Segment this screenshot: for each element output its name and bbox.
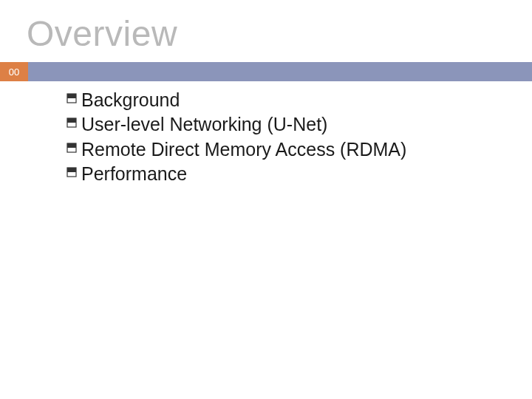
- svg-rect-7: [67, 168, 76, 172]
- list-item: Remote Direct Memory Access (RDMA): [66, 138, 480, 161]
- bullet-list: Background User-level Networking (U-Net)…: [66, 89, 480, 187]
- slide-number-badge: 00: [0, 62, 28, 81]
- bullet-icon: [66, 163, 80, 182]
- svg-rect-1: [67, 94, 76, 98]
- bullet-icon: [66, 138, 80, 157]
- list-item: Background: [66, 89, 480, 112]
- list-item: User-level Networking (U-Net): [66, 113, 480, 136]
- page-title: Overview: [27, 13, 177, 54]
- list-item-label: User-level Networking (U-Net): [81, 113, 327, 136]
- bullet-icon: [66, 113, 80, 132]
- list-item: Performance: [66, 163, 480, 185]
- svg-rect-5: [67, 143, 76, 148]
- list-item-label: Remote Direct Memory Access (RDMA): [81, 138, 406, 161]
- slide: Overview 00 Background User-level Networ…: [0, 0, 532, 399]
- bullet-icon: [66, 89, 80, 108]
- svg-rect-3: [67, 118, 76, 123]
- header-bar-fill: [28, 62, 532, 81]
- header-bar: 00: [0, 62, 532, 81]
- list-item-label: Background: [81, 89, 180, 112]
- list-item-label: Performance: [81, 163, 187, 185]
